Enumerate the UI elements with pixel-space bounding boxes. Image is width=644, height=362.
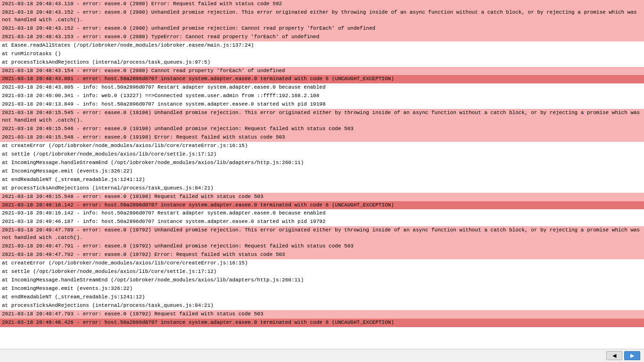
log-line: at IncomingMessage.emit (events.js:326:2… [0,167,644,176]
next-button[interactable]: ▶ [624,351,640,360]
log-line: at createError (/opt/iobroker/node_modul… [0,259,644,268]
log-line: 2021-03-18 20:48:43.805 - info: host.50a… [0,83,644,92]
log-line: at createError (/opt/iobroker/node_modul… [0,142,644,150]
log-line: 2021-03-18 20:48:43.152 - error: easee.0… [0,25,644,33]
log-line: at settle (/opt/iobroker/node_modules/ax… [0,150,644,159]
log-line: 2021-03-18 20:48:43.154 - error: easee.0… [0,67,644,75]
log-line: 2021-03-18 20:48:43.110 - error: easee.0… [0,0,644,8]
log-line: 2021-03-18 20:49:15.545 - error: easee.0… [0,109,644,125]
log-line: 2021-03-18 20:49:47.789 - error: easee.0… [0,226,644,242]
log-line: at runMicrotasks () [0,50,644,58]
log-line: 2021-03-18 20:49:00.341 - info: web.0 (1… [0,92,644,100]
log-line: 2021-03-18 20:48:43.153 - error: easee.0… [0,33,644,41]
log-line: 2021-03-18 20:49:15.548 - error: easee.0… [0,193,644,201]
log-line: at processTicksAndRejections (internal/p… [0,58,644,67]
log-line: 2021-03-18 20:49:16.142 - info: host.50a… [0,209,644,218]
log-line: at processTicksAndRejections (internal/p… [0,184,644,193]
bottom-bar: ◀ ▶ [0,349,644,362]
log-line: at IncomingMessage.emit (events.js:326:2… [0,285,644,293]
log-line: at IncomingMessage.handleStreamEnd (/opt… [0,159,644,167]
log-line: at processTicksAndRejections (internal/p… [0,302,644,310]
log-line: 2021-03-18 20:48:43.801 - error: host.50… [0,75,644,83]
log-line: at IncomingMessage.handleStreamEnd (/opt… [0,276,644,285]
log-line: 2021-03-18 20:49:47.792 - error: easee.0… [0,251,644,259]
log-line: 2021-03-18 20:49:15.546 - error: easee.0… [0,125,644,133]
log-line: 2021-03-18 20:49:15.548 - error: easee.0… [0,133,644,142]
log-line: 2021-03-18 20:48:43.152 - error: easee.0… [0,8,644,25]
log-line: 2021-03-18 20:49:16.142 - error: host.50… [0,201,644,210]
log-line: at Easee.readAllStates (/opt/iobroker/no… [0,41,644,50]
log-line: 2021-03-18 20:49:48.426 - error: host.50… [0,319,644,327]
log-line: at settle (/opt/iobroker/node_modules/ax… [0,268,644,276]
log-line: at endReadableNT (_stream_readable.js:12… [0,176,644,184]
log-line: 2021-03-18 20:49:47.793 - error: easee.0… [0,310,644,319]
log-line: 2021-03-18 20:49:46.187 - info: host.50a… [0,218,644,226]
prev-button[interactable]: ◀ [606,351,622,360]
log-container[interactable]: 2021-03-18 20:48:43.110 - error: easee.0… [0,0,644,349]
log-line: 2021-03-18 20:49:47.791 - error: easee.0… [0,242,644,251]
log-line: at endReadableNT (_stream_readable.js:12… [0,293,644,302]
log-line: 2021-03-18 20:49:13.849 - info: host.50a… [0,100,644,109]
